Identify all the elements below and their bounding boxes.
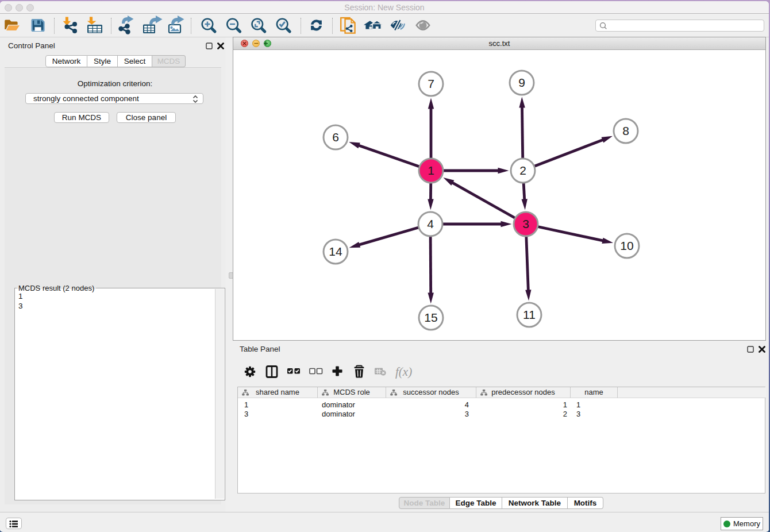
- svg-text:9: 9: [518, 76, 525, 89]
- svg-text:10: 10: [620, 239, 633, 252]
- svg-text:2: 2: [519, 164, 526, 177]
- svg-text:1: 1: [428, 164, 434, 177]
- svg-text:11: 11: [523, 308, 536, 321]
- svg-text:4: 4: [427, 217, 434, 230]
- svg-text:3: 3: [522, 217, 529, 230]
- svg-text:15: 15: [424, 311, 437, 324]
- svg-text:6: 6: [332, 130, 339, 144]
- svg-text:7: 7: [428, 77, 434, 90]
- svg-text:f(x): f(x): [395, 365, 412, 379]
- svg-text:14: 14: [329, 245, 342, 258]
- svg-text:8: 8: [622, 124, 629, 137]
